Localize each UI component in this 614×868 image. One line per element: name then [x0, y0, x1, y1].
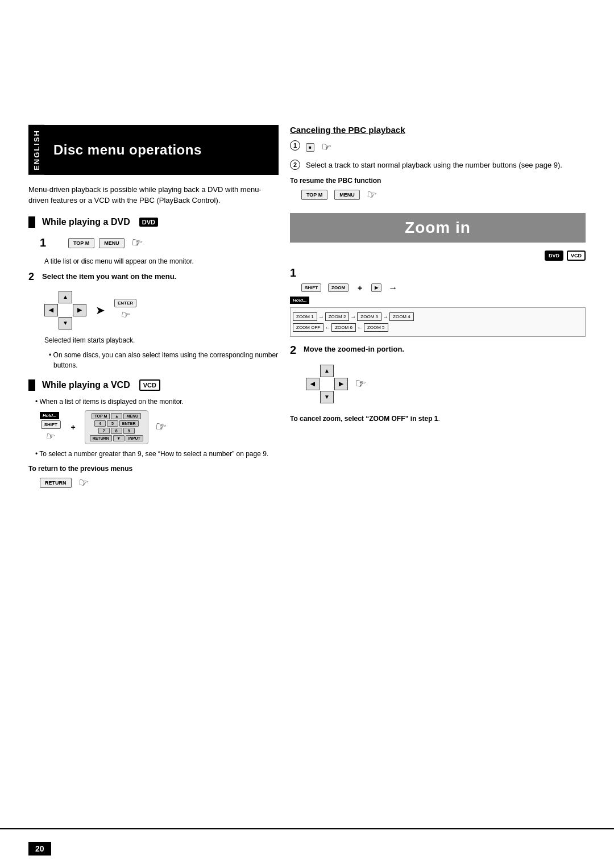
z-arr-left: ◀ — [306, 378, 320, 390]
cancel-pbc-header: Canceling the PBC playback — [290, 125, 586, 135]
resume-topm-btn: TOP M — [301, 190, 327, 200]
page-title: Disc menu operations — [53, 142, 202, 158]
dvd-step1-note: A title list or disc menu will appear on… — [44, 256, 279, 266]
enter-illus: ENTER ☞ — [114, 299, 136, 321]
return-illus: RETURN ☞ — [40, 476, 279, 490]
zoom-chain-row2: ZOOM 5 ← ZOOM 6 ← ZOOM OFF — [293, 323, 583, 332]
zoom-badges: DVD VCD — [290, 251, 586, 261]
btn-5-vcd: 5 — [107, 420, 118, 427]
cancel-zoom-note: To cancel zoom, select “ZOOM OFF” in ste… — [290, 414, 586, 424]
zoom-chain-container: ZOOM 1 → ZOOM 2 → ZOOM 3 → ZOOM 4 ZOOM 5… — [290, 307, 586, 337]
zoom-arr5: ← — [357, 324, 363, 331]
black-bar-dvd — [28, 216, 35, 228]
arr-empty1 — [44, 291, 58, 303]
btn-7-vcd: 7 — [98, 428, 110, 434]
menu-button: MENU — [99, 238, 125, 248]
return-menus-label: To return to the previous menus — [28, 465, 279, 473]
vcd-bullet1: • When a list of items is displayed on t… — [35, 397, 279, 407]
dvd-step2-note: Selected item starts playback. — [44, 335, 279, 345]
zoom2-chip: ZOOM 2 — [325, 312, 350, 321]
zoom-arr3: → — [383, 314, 388, 320]
zoom-step1-num: 1 — [290, 266, 296, 279]
resume-pbc-label: To resume the PBC function — [290, 177, 586, 185]
zoom-dvd-badge: DVD — [545, 251, 563, 261]
btn-topm-vcd: TOP M — [92, 413, 110, 419]
dvd-step1-buttons: TOP M MENU — [68, 238, 125, 248]
return-menus-section: To return to the previous menus RETURN ☞ — [28, 465, 279, 490]
btn-up-vcd: ▲ — [111, 413, 122, 419]
top-m-button: TOP M — [68, 238, 94, 248]
arr-right: ▶ — [73, 304, 86, 316]
page-container: ENGLISH Disc menu operations Menu-driven… — [0, 0, 614, 868]
dvd-step1-illus: 1 TOP M MENU ☞ — [40, 233, 279, 253]
black-bar-vcd — [28, 379, 35, 391]
hand-icon-zoom: ☞ — [354, 375, 367, 392]
enter-button: ENTER — [114, 299, 136, 307]
zoom-arrow-illus: ▲ ◀ ▶ ▼ ☞ — [306, 362, 586, 406]
dvd-step2-illus: ▲ ◀ ▶ ▼ ➤ ENTER ☞ — [44, 289, 279, 332]
zoom-arr2: → — [350, 314, 356, 320]
canceling-pbc-section: Canceling the PBC playback 1 ■ ☞ 2 Selec… — [290, 125, 586, 202]
btn-num-vcd: INPUT — [126, 435, 143, 441]
dvd-section-title: While playing a DVD DVD — [28, 216, 279, 228]
footer: 20 — [0, 828, 614, 868]
hand-icon-return: ☞ — [77, 475, 90, 490]
arrow-right-icon: ➤ — [96, 303, 105, 317]
pbc-step1-illus: ■ ☞ — [306, 140, 331, 154]
zoom-step2-text: Move the zoomed-in portion. — [304, 344, 404, 355]
zoom-step2: 2 Move the zoomed-in portion. — [290, 344, 586, 357]
btn-8-vcd: 8 — [111, 428, 122, 434]
remote-row-bot: RETURN ▼ INPUT — [90, 435, 143, 441]
zoom-vcd-badge: VCD — [567, 251, 586, 261]
arr-center — [59, 304, 72, 316]
english-tab: ENGLISH — [28, 125, 44, 175]
btn-enter-vcd: ENTER — [119, 420, 139, 427]
zoom6-chip: ZOOM 6 — [331, 323, 356, 332]
vcd-illus: Hold... SHIFT ☞ + TOP M ▲ MENU 4 5 ENTER — [40, 410, 279, 444]
pbc-step1-row: 1 ■ ☞ — [290, 140, 586, 154]
arrow-cluster: ▲ ◀ ▶ ▼ — [44, 291, 86, 329]
remote-row-top: TOP M ▲ MENU — [92, 413, 141, 419]
hand-icon-pbc1: ☞ — [320, 140, 333, 155]
arr-empty3 — [44, 317, 58, 329]
hand-icon-vcd2: ☞ — [154, 419, 168, 435]
zoom-shift-btn: SHIFT — [301, 283, 321, 292]
zoom-step1-illus: SHIFT ZOOM + ▶ → — [301, 283, 586, 293]
z-arr-e3 — [306, 391, 320, 403]
cancel-zoom-text: To cancel zoom, select “ZOOM OFF” in ste… — [290, 414, 586, 424]
zoom-chain-row1: ZOOM 1 → ZOOM 2 → ZOOM 3 → ZOOM 4 — [293, 312, 583, 321]
z-arr-right: ▶ — [334, 378, 348, 390]
btn-dn-vcd: ▼ — [113, 435, 125, 441]
zoom-title: Zoom in — [405, 219, 471, 236]
hold-label-row: Hold... — [290, 297, 586, 304]
title-box: Disc menu operations — [44, 125, 279, 175]
z-arr-down: ▼ — [320, 391, 334, 403]
pbc-step2-row: 2 Select a track to start normal playbac… — [290, 160, 586, 171]
plus-sign-vcd: + — [70, 423, 75, 432]
zoom-right-btn: ▶ — [371, 283, 381, 292]
zoom-in-section: Zoom in DVD VCD 1 SHIFT ZOOM + ▶ — [290, 213, 586, 424]
arr-down: ▼ — [59, 317, 72, 329]
dvd-badge: DVD — [139, 218, 158, 227]
vcd-shift-illus: Hold... SHIFT ☞ — [40, 412, 61, 443]
zoom-step2-num: 2 — [290, 344, 300, 357]
pbc-step1-num: 1 — [290, 140, 300, 151]
dvd-step2-num: 2 — [28, 271, 39, 283]
resume-menu-btn: MENU — [334, 190, 360, 200]
btn-4-vcd: 4 — [94, 420, 106, 427]
zoom-step1: 1 SHIFT ZOOM + ▶ → Hold... — [290, 266, 586, 337]
z-arr-e1 — [306, 365, 320, 377]
page-number: 20 — [28, 842, 51, 856]
intro-text: Menu-driven playback is possible while p… — [28, 184, 279, 206]
remote-row-mid2: 7 8 9 — [98, 428, 135, 434]
btn-9-vcd: 9 — [123, 428, 135, 434]
zoom-arrow-right: → — [388, 283, 397, 293]
dvd-step2-row: 2 Select the item you want on the menu. — [28, 271, 279, 283]
resume-pbc-section: To resume the PBC function TOP M MENU ☞ — [290, 177, 586, 202]
zoom-arr1: → — [318, 314, 324, 320]
hold-label-vcd: Hold... — [40, 412, 59, 419]
zoom-off-chip: ZOOM OFF — [293, 323, 323, 332]
right-column: Canceling the PBC playback 1 ■ ☞ 2 Selec… — [290, 125, 586, 493]
main-content: ENGLISH Disc menu operations Menu-driven… — [0, 125, 614, 493]
hand-icon-dvd2: ☞ — [120, 308, 131, 322]
